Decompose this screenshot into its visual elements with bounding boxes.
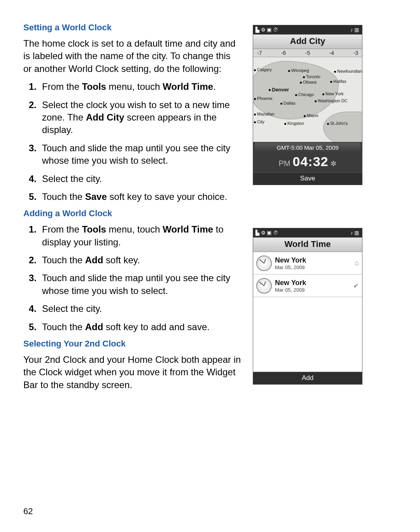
step-body: Touch the Add soft key. (42, 254, 241, 266)
world-time-row[interactable]: New YorkMar 05, 2009✔ (253, 275, 362, 297)
ruler-tick: -6 (281, 50, 286, 56)
status-icons-left: ▙ ⚙ ▣ ⏱ (256, 230, 278, 236)
step-body: Touch and slide the map until you see th… (42, 142, 241, 167)
map-city-label[interactable]: Kingston (284, 121, 304, 126)
step-body: Select the clock you wish to set to a ne… (42, 99, 241, 136)
map-city-label[interactable]: St.John's (327, 121, 348, 126)
step-body: Select the city. (42, 303, 241, 315)
step-item: 1.From the Tools menu, touch World Time. (23, 80, 241, 93)
step-number: 4. (23, 173, 42, 185)
status-icons-right: ♪ ▥ (350, 230, 359, 236)
step-item: 1.From the Tools menu, touch World Time … (23, 223, 241, 248)
step-item: 2.Select the clock you wish to set to a … (23, 99, 241, 136)
step-item: 5.Touch the Save soft key to save your c… (23, 191, 241, 203)
para-selecting: Your 2nd Clock and your Home Clock both … (23, 354, 241, 391)
row-text: New YorkMar 05, 2009 (275, 279, 353, 293)
step-number: 5. (23, 321, 42, 333)
step-body: From the Tools menu, touch World Time. (42, 80, 241, 93)
map-city-label[interactable]: Calgary (254, 67, 272, 72)
step-item: 3.Touch and slide the map until you see … (23, 142, 241, 167)
status-bar: ▙ ⚙ ▣ ⏱ ♪ ▥ (253, 228, 362, 238)
city-name: New York (275, 256, 355, 264)
map-city-label[interactable]: Mazatlan (254, 112, 275, 116)
world-time-list: New YorkMar 05, 2009⌂New YorkMar 05, 200… (253, 252, 362, 372)
map-city-label[interactable]: Phoenix (254, 96, 273, 101)
steps-setting: 1.From the Tools menu, touch World Time.… (23, 80, 241, 203)
step-number: 3. (23, 142, 42, 167)
ruler-tick: -3 (354, 50, 358, 56)
step-number: 2. (23, 99, 42, 136)
home-icon: ⌂ (355, 259, 359, 267)
screenshot-world-time: ▙ ⚙ ▣ ⏱ ♪ ▥ World Time New YorkMar 05, 2… (253, 228, 362, 385)
step-body: Select the city. (42, 173, 241, 185)
step-body: Touch and slide the map until you see th… (42, 272, 241, 297)
intro-setting: The home clock is set to a default time … (23, 37, 241, 75)
step-item: 5.Touch the Add soft key to add and save… (23, 321, 241, 333)
steps-adding: 1.From the Tools menu, touch World Time … (23, 223, 241, 333)
city-date: Mar 05, 2009 (275, 287, 353, 293)
city-date: Mar 05, 2009 (275, 264, 355, 270)
map-city-label[interactable]: City (254, 119, 264, 124)
ruler-tick: -7 (257, 50, 262, 56)
map-city-label[interactable]: Newfoundland (334, 69, 362, 74)
save-softkey[interactable]: Save (253, 172, 362, 185)
step-item: 4.Select the city. (23, 173, 241, 185)
page-number: 62 (23, 506, 33, 516)
step-number: 5. (23, 191, 42, 203)
image-column: ▙ ⚙ ▣ ⏱ ♪ ▥ Add City -7-6-5-4-3 Winnipeg… (253, 23, 366, 397)
map-city-label[interactable]: Chicago (295, 92, 314, 97)
step-number: 4. (23, 303, 42, 315)
title-bar: World Time (253, 238, 362, 252)
map-city-label[interactable]: Dallas (280, 101, 296, 105)
time-bar: PM 04:32 ✼ (253, 152, 362, 172)
clock-icon (256, 278, 272, 294)
step-number: 1. (23, 223, 42, 248)
map-city-label[interactable]: Halifax (330, 79, 346, 84)
text-column: Setting a World Clock The home clock is … (23, 23, 241, 397)
map-city-label[interactable]: Miami (304, 113, 318, 118)
status-icons-left: ▙ ⚙ ▣ ⏱ (256, 27, 278, 33)
map-city-label[interactable]: Ottawa (300, 80, 317, 84)
status-bar: ▙ ⚙ ▣ ⏱ ♪ ▥ (253, 25, 362, 35)
check-icon: ✔ (353, 282, 359, 290)
map-city-label[interactable]: Denver (269, 87, 289, 93)
clock-icon (256, 256, 272, 271)
status-icons-right: ♪ ▥ (350, 27, 359, 33)
ruler-tick: -5 (305, 50, 310, 56)
ampm-label: PM (279, 159, 290, 168)
step-item: 3.Touch and slide the map until you see … (23, 272, 241, 297)
city-name: New York (275, 279, 353, 287)
step-body: Touch the Add soft key to add and save. (42, 321, 241, 333)
map-city-label[interactable]: Washington DC (315, 98, 348, 103)
add-softkey[interactable]: Add (253, 372, 362, 384)
step-number: 3. (23, 272, 42, 297)
map-city-label[interactable]: Toronto (303, 74, 320, 79)
step-item: 2.Touch the Add soft key. (23, 254, 241, 266)
gmt-bar: GMT-5:00 Mar 05, 2009 (255, 143, 360, 152)
heading-adding: Adding a World Clock (23, 208, 241, 219)
world-time-row[interactable]: New YorkMar 05, 2009⌂ (253, 252, 362, 275)
map-city-label[interactable]: Winnipeg (288, 68, 309, 73)
screenshot-add-city: ▙ ⚙ ▣ ⏱ ♪ ▥ Add City -7-6-5-4-3 Winnipeg… (253, 25, 362, 185)
step-body: Touch the Save soft key to save your cho… (42, 191, 241, 203)
heading-setting: Setting a World Clock (23, 23, 241, 33)
dst-icon[interactable]: ✼ (331, 159, 336, 168)
timezone-ruler: -7-6-5-4-3 (253, 49, 362, 57)
row-text: New YorkMar 05, 2009 (275, 256, 355, 270)
ruler-tick: -4 (329, 50, 334, 56)
heading-selecting: Selecting Your 2nd Clock (23, 339, 241, 349)
step-number: 2. (23, 254, 42, 266)
time-value: 04:32 (293, 154, 329, 169)
step-body: From the Tools menu, touch World Time to… (42, 223, 241, 248)
step-number: 1. (23, 80, 42, 93)
map-area[interactable]: WinnipegCalgaryTorontoNewfoundlandOttawa… (253, 57, 362, 142)
step-item: 4.Select the city. (23, 303, 241, 315)
title-bar: Add City (253, 35, 362, 49)
map-city-label[interactable]: New York (322, 91, 343, 96)
